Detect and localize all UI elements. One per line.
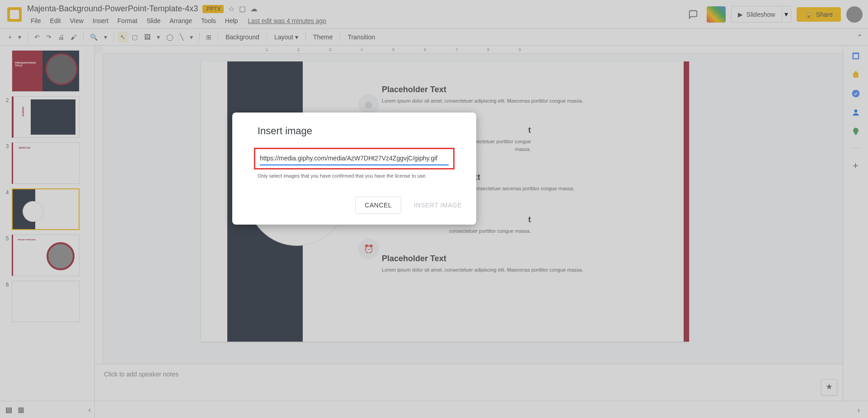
modal-title: Insert image [258,125,464,137]
url-input-highlight [254,148,455,169]
cancel-button[interactable]: CANCEL [355,197,401,214]
insert-image-button[interactable]: INSERT IMAGE [412,197,464,213]
insert-image-modal: Insert image Only select images that you… [232,113,476,225]
image-url-input[interactable] [260,152,449,165]
modal-hint: Only select images that you have confirm… [258,173,464,178]
